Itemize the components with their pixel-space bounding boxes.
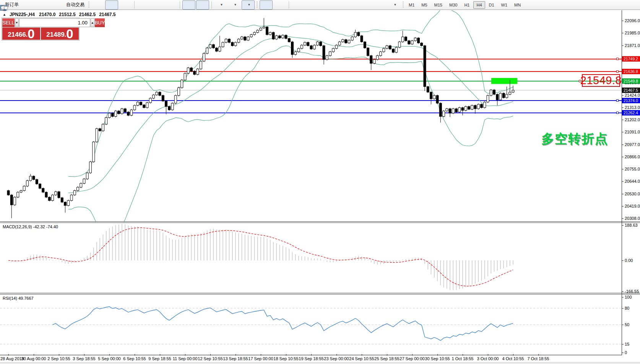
main-toolbar: 新订单 自动交易 — [0, 0, 640, 10]
macd-label: MACD(12,26,9) -42.32 -74.40 — [3, 224, 58, 229]
line-handle[interactable] — [616, 70, 619, 73]
tab-h1[interactable]: H1 — [461, 1, 473, 9]
time-axis-tick — [185, 354, 185, 356]
crosshair-button[interactable] — [273, 0, 286, 10]
tab-m1[interactable]: M1 — [406, 1, 417, 9]
tab-m30[interactable]: M30 — [446, 1, 460, 9]
axis-tick — [622, 353, 624, 353]
axis-tick — [622, 107, 624, 108]
axis-tick — [622, 181, 624, 182]
time-axis-label: 24 Sep 10:55 — [349, 356, 374, 361]
time-axis-label: 5 Sep 00:00 — [98, 356, 120, 361]
tile-windows-button[interactable] — [164, 0, 177, 10]
text-button[interactable]: A — [360, 0, 373, 10]
bollinger-middle — [68, 36, 513, 193]
search-button[interactable] — [612, 0, 625, 10]
sell-price-display[interactable]: 21466.0 — [2, 28, 40, 40]
candlestick-chart-button[interactable] — [105, 0, 118, 10]
time-axis-label: 3 Oct 00:00 — [477, 356, 499, 361]
ohlc-low: 21462.5 — [79, 12, 96, 17]
collapse-triangle-icon[interactable]: ▲ — [3, 13, 6, 16]
ohlc-high: 21512.5 — [59, 12, 75, 17]
tab-d1[interactable]: D1 — [486, 1, 497, 9]
time-axis-tick — [135, 354, 135, 356]
time-axis[interactable]: 28 Aug 201930 Aug 00:002 Sep 10:553 Sep … — [0, 356, 640, 362]
auto-scroll-button[interactable] — [182, 0, 195, 10]
time-axis-label: 3 Sep 18:55 — [73, 356, 95, 361]
volume-decrease-button[interactable]: ▼ — [15, 18, 19, 27]
price-axis-border — [622, 10, 622, 355]
signals-button[interactable] — [49, 0, 62, 10]
time-axis-tick — [488, 354, 488, 356]
time-axis-tick — [160, 354, 160, 356]
rsi-panel[interactable] — [0, 294, 622, 355]
line-handle[interactable] — [616, 112, 619, 114]
level-price-badge: 21262.4 — [622, 110, 640, 115]
price-tick-label: 21985.0 — [625, 31, 640, 35]
vertical-line-button[interactable] — [291, 0, 304, 10]
window-bottom-edge — [0, 362, 640, 364]
bar-chart-button[interactable] — [91, 0, 104, 10]
axis-tick — [622, 95, 624, 96]
tab-h4[interactable]: H4 — [473, 1, 485, 9]
rsi-tick-label: 0 — [625, 350, 627, 355]
rsi-tick-label: 80 — [625, 306, 629, 310]
tab-mn[interactable]: MN — [511, 1, 524, 9]
text-label-button[interactable]: T — [374, 0, 387, 10]
line-chart-button[interactable] — [119, 0, 132, 10]
styler-button[interactable] — [21, 0, 34, 10]
periods-button[interactable]: ▼ — [228, 0, 241, 10]
indicators-button[interactable]: ▼ — [214, 0, 227, 10]
time-axis-label: 25 Sep 18:55 — [374, 356, 399, 361]
zoom-out-button[interactable] — [151, 0, 164, 10]
toolbar-separator — [180, 1, 180, 9]
volume-increase-button[interactable]: ▲ — [91, 18, 94, 27]
time-axis-label: 7 Oct 18:55 — [528, 356, 549, 361]
macd-tick-label: 188.63 — [625, 223, 638, 227]
candles-layer — [7, 18, 514, 218]
time-axis-tick — [387, 354, 387, 356]
price-chart-panel[interactable] — [0, 10, 622, 221]
tab-w1[interactable]: W1 — [498, 1, 511, 9]
price-tick-label: 21091.0 — [625, 130, 640, 134]
buy-price-display[interactable]: 21489.0 — [41, 28, 79, 40]
panel-separator[interactable] — [0, 294, 640, 294]
panel-separator[interactable] — [0, 221, 640, 222]
price-callout-label[interactable]: 21549.8 — [582, 74, 620, 87]
community-button[interactable] — [35, 0, 48, 10]
buy-button[interactable]: BUY — [95, 18, 105, 27]
equidistant-channel-button[interactable]: E — [333, 0, 346, 10]
autotrading-button[interactable]: 自动交易 — [63, 0, 86, 10]
arrows-button[interactable]: ▼ — [388, 0, 401, 10]
tab-m15[interactable]: M15 — [431, 1, 445, 9]
trendline-button[interactable] — [319, 0, 332, 10]
horizontal-line-button[interactable] — [305, 0, 318, 10]
time-axis-label: 6 Sep 10:55 — [123, 356, 146, 361]
bollinger-upper — [68, 10, 513, 177]
tab-m5[interactable]: M5 — [418, 1, 430, 9]
macd-panel[interactable] — [0, 223, 622, 293]
fibonacci-button[interactable]: F — [346, 0, 359, 10]
price-tick-label: 20755.0 — [625, 167, 640, 171]
zoom-in-button[interactable] — [137, 0, 150, 10]
axis-tick — [622, 33, 624, 33]
annotation-text[interactable]: 多空转折点 — [541, 130, 608, 148]
line-handle[interactable] — [616, 58, 619, 60]
sell-button[interactable]: SELL — [2, 18, 15, 27]
time-axis-label: 30 Aug 00:00 — [21, 356, 46, 361]
dropdown-caret-icon: ▼ — [248, 3, 251, 6]
chart-shift-button[interactable] — [196, 0, 209, 10]
rsi-tick-label: 15 — [625, 342, 629, 346]
templates-button[interactable]: ▼ — [242, 0, 255, 10]
panel-separator[interactable] — [0, 223, 640, 223]
volume-input[interactable] — [19, 18, 90, 27]
chat-button[interactable] — [625, 0, 638, 10]
time-axis-label: 28 Aug 2019 — [0, 356, 24, 361]
toolbar-separator — [134, 1, 135, 9]
panel-separator[interactable] — [0, 293, 640, 293]
axis-tick — [622, 260, 624, 261]
line-handle[interactable] — [616, 99, 619, 102]
buy-price-main: 21489 — [46, 30, 64, 40]
cursor-button[interactable] — [260, 0, 273, 10]
rsi-line — [53, 307, 513, 341]
